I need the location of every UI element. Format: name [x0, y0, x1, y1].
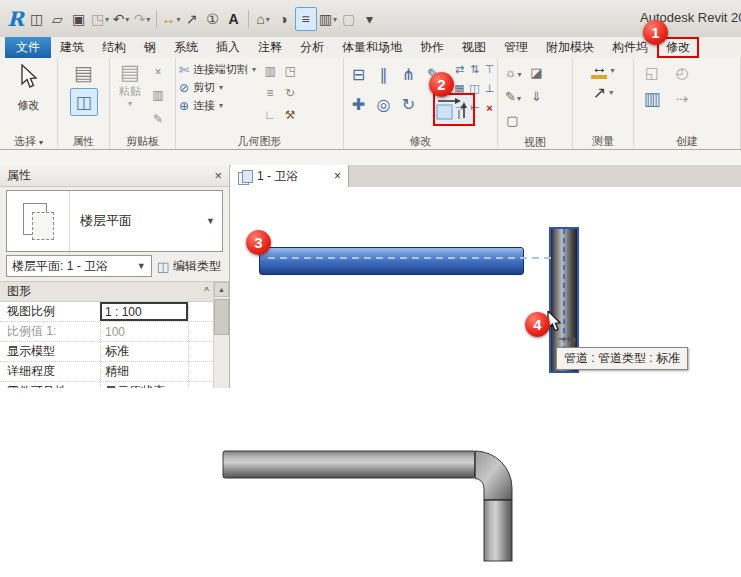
connector-end-cut-item[interactable]: ✄连接端切割▾: [179, 62, 256, 77]
tab-collaborate[interactable]: 协作: [411, 37, 453, 58]
tab-annotate[interactable]: 注释: [249, 37, 291, 58]
move-icon[interactable]: ✚: [352, 95, 365, 114]
align-icon[interactable]: ⊟: [352, 65, 365, 84]
pin-icon[interactable]: ⊤: [485, 63, 495, 76]
palette-scrollbar[interactable]: ▲: [213, 282, 229, 388]
thin-lines-icon[interactable]: ≡: [295, 7, 317, 31]
open-icon[interactable]: ▱: [48, 8, 68, 30]
tab-massing-site[interactable]: 体量和场地: [333, 37, 411, 58]
tab-structure[interactable]: 结构: [93, 37, 135, 58]
copy-icon[interactable]: ▥: [152, 88, 163, 102]
linework-icon[interactable]: ✎▾: [505, 89, 521, 104]
tab-manage[interactable]: 管理: [495, 37, 537, 58]
create-assembly-icon[interactable]: ▥: [643, 88, 660, 110]
tag-icon[interactable]: ①: [203, 8, 223, 30]
qat-customize-icon[interactable]: ▾: [360, 8, 380, 30]
type-selector[interactable]: 楼层平面 ▼: [6, 190, 223, 252]
mirror-axis-icon[interactable]: ⇄: [455, 63, 464, 76]
measure-icon[interactable]: ↔▾: [161, 8, 181, 30]
demolish-icon[interactable]: ⚒: [285, 108, 296, 122]
override-graphics-icon[interactable]: ⇓: [531, 89, 543, 104]
undo-icon[interactable]: ↶▾: [111, 8, 131, 30]
switch-windows-icon[interactable]: ▥▾: [318, 8, 338, 30]
measure-between-refs-icon[interactable]: ↔▾: [591, 61, 614, 79]
create-parts-icon[interactable]: ⇢: [676, 90, 689, 108]
view-selector-combo[interactable]: 楼层平面: 1 - 卫浴 ▼: [6, 255, 152, 277]
view-tab-strip: 1 - 卫浴 ×: [231, 165, 741, 188]
redo-icon[interactable]: ↷▾: [132, 8, 152, 30]
options-bar: [0, 150, 741, 166]
tab-addins[interactable]: 附加模块: [537, 37, 603, 58]
tab-view[interactable]: 视图: [453, 37, 495, 58]
prop-row-view-scale[interactable]: 视图比例 1 : 100: [0, 302, 214, 322]
panel-label-properties: 属性: [58, 133, 109, 149]
rotate-icon[interactable]: ↻: [402, 95, 415, 114]
reveal-hidden-icon[interactable]: ◪: [530, 65, 543, 80]
tab-architecture[interactable]: 建筑: [51, 37, 93, 58]
delete-icon[interactable]: ×: [154, 65, 161, 79]
unjoin-icon[interactable]: ↻: [285, 86, 295, 100]
scrollbar-thumb[interactable]: [214, 299, 229, 335]
split-face-icon[interactable]: ∟: [264, 108, 276, 122]
cut-profile-icon[interactable]: ▢: [506, 113, 519, 128]
trim-extend-corner-icon[interactable]: [435, 96, 469, 121]
palette-close-icon[interactable]: ×: [214, 168, 222, 183]
unpin-icon[interactable]: ⊥: [485, 82, 495, 95]
tab-systems[interactable]: 系统: [165, 37, 207, 58]
copy-icon[interactable]: ◎: [377, 95, 391, 114]
view-tab-1-bathroom[interactable]: 1 - 卫浴 ×: [231, 165, 349, 187]
properties-palette-icon[interactable]: ◫: [70, 88, 98, 116]
qat-icon[interactable]: [248, 10, 249, 28]
offset-icon[interactable]: ∥: [380, 65, 388, 84]
mirror-draw-icon[interactable]: ⇅: [470, 63, 479, 76]
modify-cursor-icon[interactable]: [19, 64, 39, 94]
text-icon[interactable]: A: [224, 8, 244, 30]
horizontal-pipe-selected[interactable]: [259, 247, 524, 275]
aligned-dimension-icon[interactable]: ↗▾: [593, 83, 613, 102]
scroll-up-icon[interactable]: ▲: [214, 282, 229, 297]
view-panel-icons: ☼▾◪✎▾⇓▢: [498, 58, 572, 134]
prop-row-parts-visibility[interactable]: 零件可见性 显示原状态: [0, 382, 214, 388]
save-icon[interactable]: ▣: [69, 8, 89, 30]
recent-window-icon[interactable]: ◫: [27, 8, 47, 30]
prop-row-scale-value[interactable]: 比例值 1: 100: [0, 322, 214, 342]
aligned-dimension-icon[interactable]: ↗: [182, 8, 202, 30]
collapse-icon[interactable]: ^: [204, 286, 209, 297]
prop-row-detail-level[interactable]: 详细程度 精细: [0, 362, 214, 382]
chevron-down-icon[interactable]: ▼: [206, 216, 222, 226]
create-group-icon[interactable]: ◱: [645, 64, 659, 82]
close-icon[interactable]: ×: [334, 169, 341, 183]
properties-type-icon[interactable]: ▤: [74, 61, 93, 85]
chevron-down-icon: ▼: [137, 261, 151, 271]
split-element-icon[interactable]: ⋔: [402, 65, 415, 84]
panel-label-select[interactable]: 选择 ▾: [0, 133, 57, 149]
section-icon[interactable]: ◑: [274, 8, 294, 30]
cope-icon[interactable]: ▥: [264, 64, 275, 78]
beam-joins-icon[interactable]: ≡: [267, 86, 274, 100]
sync-box-icon[interactable]: ◳▾: [90, 8, 110, 30]
join-item[interactable]: ⊕连接▾: [179, 98, 256, 113]
default-3d-view-icon[interactable]: ⌂▾: [253, 8, 273, 30]
delete-icon[interactable]: ×: [486, 102, 492, 114]
revit-logo-icon[interactable]: R: [6, 8, 26, 30]
wall-joins-icon[interactable]: ◳: [284, 64, 295, 78]
properties-palette: 属性 × 楼层平面 ▼ 楼层平面: 1 - 卫浴 ▼ ◫ 编辑类型 图形 ^: [0, 165, 230, 388]
tab-insert[interactable]: 插入: [207, 37, 249, 58]
create-similar-icon[interactable]: ◴: [675, 64, 688, 82]
panel-label-modify: 修改: [344, 133, 497, 149]
cut-item[interactable]: ⊘剪切▾: [179, 80, 256, 95]
match-properties-icon[interactable]: ✎: [153, 112, 163, 126]
qat-icon[interactable]: [156, 10, 157, 28]
temporary-hide-icon[interactable]: ☼▾: [505, 65, 522, 80]
prop-row-display-model[interactable]: 显示模型 标准: [0, 342, 214, 362]
drawing-canvas[interactable]: [231, 187, 741, 427]
tab-steel[interactable]: 钢: [135, 37, 165, 58]
modify-button-label[interactable]: 修改: [18, 98, 40, 113]
tab-modify[interactable]: 修改1: [657, 37, 699, 58]
section-graphics[interactable]: 图形 ^: [0, 282, 229, 302]
close-hidden-windows-icon[interactable]: ▢: [339, 8, 359, 30]
edit-type-button[interactable]: ◫ 编辑类型: [157, 258, 223, 275]
tab-file[interactable]: 文件: [5, 37, 51, 58]
tab-analyze[interactable]: 分析: [291, 37, 333, 58]
paste-button[interactable]: ▤ 粘贴 ▾: [113, 60, 147, 131]
